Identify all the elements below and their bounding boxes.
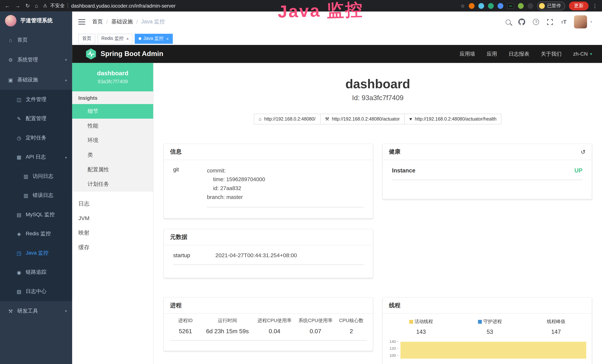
breadcrumb-separator: / — [107, 19, 108, 25]
sidebar-item-java[interactable]: ◳ Java 监控 — [0, 244, 72, 263]
sba-brand[interactable]: Spring Boot Admin — [86, 48, 163, 60]
card-title: 元数据 — [170, 234, 187, 241]
breadcrumb: 首页 / 基础设施 / Java 监控 — [92, 18, 165, 25]
bookmark-star-icon[interactable]: ☆ — [461, 3, 465, 9]
left-column: 信息 git commit: time: 1596289704000 id: 2… — [163, 143, 373, 364]
sidebar-item-mysql[interactable]: ▤ MySQL 监控 — [0, 205, 72, 224]
hamburger-icon[interactable] — [78, 19, 85, 25]
breadcrumb-home[interactable]: 首页 — [92, 18, 103, 25]
browser-menu-icon[interactable]: ⋮ — [592, 3, 597, 9]
back-icon[interactable]: ← — [5, 3, 10, 9]
sidebar-item-error-log[interactable]: ▥ 错误日志 — [0, 186, 72, 205]
info-card: 信息 git commit: time: 1596289704000 id: 2… — [163, 143, 373, 218]
language-label: zh-CN — [573, 51, 588, 57]
endpoint-health-link[interactable]: ♥ http://192.168.0.2:48080/actuator/heal… — [404, 114, 502, 124]
card-title: 进程 — [170, 302, 182, 309]
endpoint-base-link[interactable]: ⌂ http://192.168.0.2:48080/ — [254, 114, 321, 124]
update-button[interactable]: 更新 — [569, 1, 589, 10]
sba-menu-environment[interactable]: 环境 — [72, 133, 153, 148]
browser-home-icon[interactable]: ⌂ — [35, 3, 38, 9]
sidebar-item-label: Java 监控 — [26, 250, 49, 257]
forward-icon[interactable]: → — [15, 3, 20, 9]
sidebar-item-system[interactable]: ⚙ 系统管理 ▾ — [0, 50, 72, 70]
sidebar-item-infra[interactable]: ▣ 基础设施 ▴ — [0, 70, 72, 90]
sidebar-item-label: API 日志 — [26, 153, 46, 161]
sidebar-item-home[interactable]: ⌂ 首页 — [0, 30, 72, 50]
redis-icon: ◈ — [16, 231, 22, 237]
extension-icon-5[interactable] — [518, 3, 524, 9]
sba-menu-mappings[interactable]: 映射 — [72, 225, 153, 240]
user-avatar[interactable] — [574, 15, 587, 28]
history-icon[interactable]: ↺ — [581, 148, 585, 155]
sidebar-item-config[interactable]: ✎ 配置管理 — [0, 109, 72, 128]
sba-menu-scheduled-tasks[interactable]: 计划任务 — [72, 177, 153, 192]
api-log-icon: ▦ — [16, 154, 22, 160]
sba-nav-wallboard[interactable]: 应用墙 — [460, 50, 475, 57]
process-card: 进程 进程ID 5261 运行时间 6d 23h 15m 59s 进程CPU使用… — [163, 297, 373, 351]
sidebar-item-log-center[interactable]: ▧ 日志中心 — [0, 282, 72, 301]
metadata-card: 元数据 startup 2021-04-27T00:44:31.254+08:0… — [163, 229, 373, 278]
threads-legend: 活动线程 143 守护进程 53 — [383, 314, 592, 335]
search-icon[interactable] — [506, 20, 511, 24]
reload-icon[interactable]: ↻ — [25, 3, 30, 9]
font-size-icon[interactable]: TT — [561, 18, 566, 25]
avatar-caret-icon[interactable]: ▾ — [590, 20, 592, 24]
log-center-icon: ▧ — [16, 289, 22, 294]
sidebar-item-jobs[interactable]: ◷ 定时任务 — [0, 128, 72, 148]
sba-nav-journal[interactable]: 日志报表 — [509, 50, 529, 57]
sidebar-item-api-log[interactable]: ▦ API 日志 ▴ — [0, 147, 72, 167]
sba-nav-about[interactable]: 关于我们 — [541, 50, 562, 57]
extension-icon-4[interactable] — [498, 3, 503, 9]
instance-header[interactable]: dashboard 93a3fc7f7409 — [72, 63, 153, 91]
sidebar-item-access-log[interactable]: ▥ 访问日志 — [0, 167, 72, 186]
instance-id: 93a3fc7f7409 — [97, 79, 128, 85]
tab-java[interactable]: Java 监控 × — [135, 33, 172, 43]
app-logo[interactable]: 芋道管理系统 — [0, 11, 72, 30]
endpoint-url: http://192.168.0.2:48080/ — [264, 116, 315, 122]
process-col: 进程ID 5261 — [170, 318, 201, 335]
address-bar[interactable]: ⚠ 不安全 dashboard.yudao.iocoder.cn/infra/a… — [43, 2, 175, 9]
sba-menu-metrics[interactable]: 性能 — [72, 119, 153, 133]
warning-icon: ⚠ — [43, 3, 47, 9]
sba-menu-logs[interactable]: 日志 — [72, 196, 153, 211]
sidebar-item-redis[interactable]: ◈ Redis 监控 — [0, 224, 72, 244]
home-icon: ⌂ — [8, 37, 13, 43]
sidebar-item-devtools[interactable]: ⚒ 研发工具 ▾ — [0, 301, 72, 321]
sidebar-item-label: 定时任务 — [26, 134, 46, 141]
extension-on-badge[interactable]: on — [507, 3, 514, 9]
breadcrumb-infra[interactable]: 基础设施 — [111, 18, 133, 25]
metadata-key: startup — [173, 252, 215, 258]
sba-nav-applications[interactable]: 应用 — [487, 50, 497, 57]
sba-menu-caches[interactable]: 缓存 — [72, 240, 153, 255]
sba-menu-classes[interactable]: 类 — [72, 148, 153, 162]
url-text[interactable]: dashboard.yudao.iocoder.cn/infra/admin-s… — [71, 3, 176, 9]
sidebar-item-files[interactable]: ◫ 文件管理 — [0, 90, 72, 109]
error-log-icon: ▥ — [23, 193, 29, 198]
screen: ← → ↻ ⌂ ⚠ 不安全 dashboard.yudao.iocoder.cn… — [0, 0, 602, 364]
fullscreen-icon[interactable] — [547, 19, 553, 25]
tab-home[interactable]: 首页 — [78, 33, 95, 43]
card-title: 线程 — [389, 302, 400, 309]
sba-menu-jvm[interactable]: JVM — [72, 211, 153, 225]
language-selector[interactable]: zh-CN ▾ — [573, 51, 592, 57]
instance-id-line: Id: 93a3fc7f7409 — [163, 94, 592, 102]
extension-icon-6[interactable] — [527, 3, 533, 9]
sidebar-item-label: 文件管理 — [26, 96, 46, 103]
chevron-down-icon: ▾ — [590, 52, 592, 56]
paused-label: 已暂停 — [547, 2, 561, 9]
y-tick: 100 — [386, 353, 398, 357]
extension-icon-1[interactable] — [469, 3, 474, 9]
endpoint-actuator-link[interactable]: ⚒ http://192.168.0.2:48080/actuator — [320, 114, 405, 124]
profile-paused-chip[interactable]: 已暂停 — [537, 1, 565, 10]
card-title: 健康 — [389, 148, 400, 155]
sidebar-item-trace[interactable]: ◉ 链路追踪 — [0, 263, 72, 282]
extension-icon-2[interactable] — [478, 3, 484, 9]
help-icon[interactable]: ? — [533, 19, 539, 25]
extension-icon-3[interactable] — [488, 3, 494, 9]
sba-menu-config-props[interactable]: 配置属性 — [72, 162, 153, 177]
sba-menu-details[interactable]: 细节 — [72, 104, 153, 119]
close-icon[interactable]: × — [126, 36, 129, 41]
github-icon[interactable] — [518, 18, 525, 25]
close-icon[interactable]: × — [166, 36, 169, 41]
tab-redis[interactable]: Redis 监控 × — [97, 33, 133, 43]
